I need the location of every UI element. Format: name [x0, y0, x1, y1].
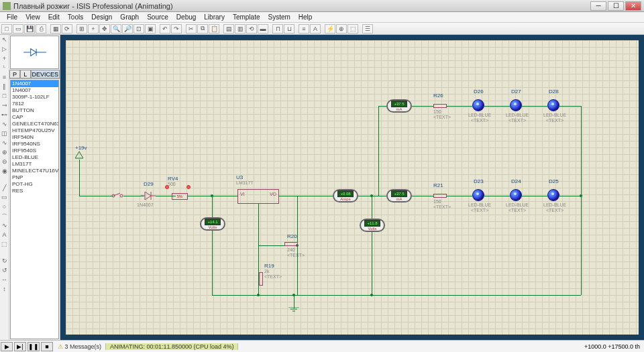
- tool-refresh-icon[interactable]: ⟳: [62, 24, 72, 34]
- mode-symbol-icon[interactable]: ⬚: [1, 241, 8, 248]
- resistor-r21[interactable]: [433, 194, 447, 198]
- menu-library[interactable]: Library: [200, 13, 229, 21]
- menu-graph[interactable]: Graph: [116, 13, 143, 21]
- close-button[interactable]: ✕: [625, 1, 641, 11]
- tool-save-icon[interactable]: 💾: [24, 24, 35, 34]
- mode-component-icon[interactable]: ▷: [1, 46, 8, 53]
- mode-terminal-icon[interactable]: ⊸: [1, 102, 8, 109]
- menu-file[interactable]: File: [3, 13, 21, 21]
- rotate-ccw-icon[interactable]: ↺: [1, 267, 8, 274]
- mode-label-icon[interactable]: ᴸ: [1, 64, 8, 72]
- mode-graph-icon[interactable]: ∿: [1, 121, 8, 128]
- voltage-regulator[interactable]: VI VO: [237, 189, 279, 204]
- messages-status[interactable]: ⚠ 3 Message(s): [54, 343, 106, 350]
- mode-line-icon[interactable]: ╱: [1, 184, 8, 192]
- mode-box-icon[interactable]: ▭: [1, 194, 8, 201]
- mirror-h-icon[interactable]: ↔: [1, 276, 8, 284]
- tool-paste-icon[interactable]: 📋: [209, 24, 219, 34]
- menu-view[interactable]: View: [21, 13, 44, 21]
- rotate-cw-icon[interactable]: ↻: [1, 257, 8, 265]
- tool-open-icon[interactable]: ▭: [13, 24, 23, 34]
- tool-block-copy-icon[interactable]: ▤: [223, 24, 234, 34]
- tool-make-icon[interactable]: ⊔: [284, 24, 294, 34]
- list-item[interactable]: 1N4007: [11, 80, 58, 87]
- sim-play-button[interactable]: ▶: [1, 342, 13, 351]
- switch-icon[interactable]: [111, 192, 123, 200]
- sim-pause-button[interactable]: ❚❚: [28, 342, 40, 351]
- sim-step-button[interactable]: ▶|: [14, 342, 26, 351]
- voltmeter-left[interactable]: +14.1 Volts: [200, 217, 225, 231]
- tool-zoom-in-icon[interactable]: 🔍: [111, 24, 121, 34]
- menu-debug[interactable]: Debug: [172, 13, 200, 21]
- tool-new-icon[interactable]: □: [1, 24, 12, 34]
- mode-circle-icon[interactable]: ○: [1, 203, 8, 211]
- tool-bom-icon[interactable]: ☰: [362, 24, 373, 34]
- list-item[interactable]: CAP: [11, 114, 58, 121]
- mode-probe-v-icon[interactable]: ⊕: [1, 149, 8, 156]
- mode-arc-icon[interactable]: ⌒: [1, 213, 8, 220]
- list-item[interactable]: MINELECT47U16V: [11, 168, 58, 174]
- diode-icon[interactable]: [141, 190, 156, 201]
- mode-pin-icon[interactable]: ⊷: [1, 111, 8, 119]
- menu-template[interactable]: Template: [229, 13, 264, 21]
- minimize-button[interactable]: ─: [590, 1, 606, 11]
- menu-edit[interactable]: Edit: [44, 13, 64, 21]
- led-icon[interactable]: [547, 99, 559, 111]
- list-item[interactable]: BUTTON: [11, 107, 58, 114]
- tool-redo-icon[interactable]: ↷: [171, 24, 182, 34]
- mode-2dtext-icon[interactable]: A: [1, 231, 8, 239]
- menu-design[interactable]: Design: [87, 13, 116, 21]
- tool-text-icon[interactable]: A: [310, 24, 321, 34]
- tool-cut-icon[interactable]: ✂: [186, 24, 197, 34]
- led-icon[interactable]: [472, 189, 484, 201]
- voltmeter-right[interactable]: +11.8 Volts: [360, 219, 385, 232]
- potentiometer[interactable]: 5%: [172, 193, 188, 200]
- list-item[interactable]: LED-BLUE: [11, 154, 58, 161]
- mirror-v-icon[interactable]: ↕: [1, 286, 8, 293]
- tool-zoom-out-icon[interactable]: 🔎: [122, 24, 133, 34]
- mode-path-icon[interactable]: ∿: [1, 222, 8, 229]
- menu-source[interactable]: Source: [143, 13, 172, 21]
- menu-system[interactable]: System: [264, 13, 294, 21]
- resistor-r19[interactable]: [259, 272, 263, 286]
- tool-pan-icon[interactable]: ✥: [99, 24, 110, 34]
- tool-zoom-area-icon[interactable]: ▣: [145, 24, 156, 34]
- tool-erc-icon[interactable]: ⚡: [325, 24, 335, 34]
- tool-ares-icon[interactable]: ⬚: [347, 24, 358, 34]
- mode-instrument-icon[interactable]: ◉: [1, 168, 8, 175]
- led-icon[interactable]: [547, 189, 559, 201]
- tool-block-move-icon[interactable]: ▥: [235, 24, 246, 34]
- tool-grid-icon[interactable]: ⊞: [76, 24, 87, 34]
- list-item[interactable]: IRF9540NS: [11, 141, 58, 148]
- ammeter-center[interactable]: +0.08 Amps: [333, 189, 358, 202]
- list-item[interactable]: PNP: [11, 174, 58, 181]
- list-item[interactable]: IRF540N: [11, 134, 58, 141]
- mode-subcircuit-icon[interactable]: □: [1, 93, 8, 100]
- tool-pick-icon[interactable]: ⊓: [272, 24, 283, 34]
- mode-generator-icon[interactable]: ∿: [1, 139, 8, 147]
- mode-tape-icon[interactable]: ◫: [1, 130, 8, 137]
- list-item[interactable]: GENELECT470N63V: [11, 121, 58, 127]
- list-item[interactable]: POT-HG: [11, 181, 58, 188]
- ammeter-top[interactable]: +37.5 mA: [386, 99, 412, 113]
- tab-l[interactable]: L: [20, 70, 31, 78]
- list-item[interactable]: 7812: [11, 101, 58, 107]
- mode-probe-i-icon[interactable]: ⊖: [1, 158, 8, 166]
- list-item[interactable]: 3009P-1-102LF: [11, 94, 58, 101]
- tool-print-icon[interactable]: ⎙: [36, 24, 46, 34]
- tool-block-rotate-icon[interactable]: ⟲: [246, 24, 257, 34]
- maximize-button[interactable]: ☐: [608, 1, 624, 11]
- mode-select-icon[interactable]: ↖: [1, 36, 8, 44]
- schematic-canvas[interactable]: +19v D29 1N4007 RV4 500 5% U3 LM317T VI …: [66, 40, 639, 335]
- tab-p[interactable]: P: [9, 70, 20, 78]
- tool-copy-icon[interactable]: ⧉: [197, 24, 208, 34]
- mode-text-icon[interactable]: ≡: [1, 74, 8, 81]
- tool-zoom-all-icon[interactable]: ⊡: [133, 24, 144, 34]
- sim-stop-button[interactable]: ■: [41, 342, 53, 351]
- resistor-r26[interactable]: [433, 104, 447, 108]
- led-icon[interactable]: [472, 99, 484, 111]
- tool-origin-icon[interactable]: +: [88, 24, 99, 34]
- list-item[interactable]: IRF9540S: [11, 148, 58, 154]
- led-icon[interactable]: [510, 189, 522, 201]
- mode-junction-icon[interactable]: +: [1, 55, 8, 62]
